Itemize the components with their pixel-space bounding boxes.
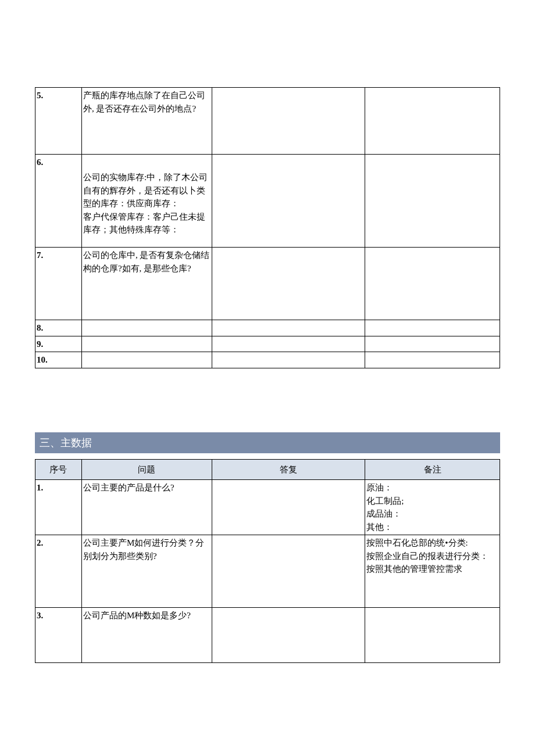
row-answer (212, 608, 365, 663)
row-remark (365, 155, 500, 248)
row-remark (365, 320, 500, 336)
table-master-data: 序号 问题 答复 备注 1. 公司主要的产品是什么? 原油：化工制品;成品油：其… (35, 459, 500, 664)
table-row: 1. 公司主要的产品是什么? 原油：化工制品;成品油：其他： (35, 480, 500, 535)
table-row: 2. 公司主要产M如何进行分类？分别划分为那些类别? 按照中石化总部的统•分类:… (35, 535, 500, 608)
row-question: 公司的仓库中, 是否有复杂仓储结构的仓厚?如有, 是那些仓库? (81, 248, 212, 320)
table-row: 5. 产瓶的库存地点除了在自己公司外, 是否还存在公司外的地点? (35, 88, 500, 155)
row-question (81, 352, 212, 368)
table-header-row: 序号 问题 答复 备注 (35, 459, 500, 480)
row-question: 公司主要的产品是什么? (81, 480, 212, 535)
row-index: 3. (35, 608, 82, 663)
row-remark (365, 352, 500, 368)
row-index: 1. (35, 480, 82, 535)
table-row: 9. (35, 336, 500, 352)
col-header-answer: 答复 (212, 459, 365, 480)
row-answer (212, 480, 365, 535)
row-index: 6. (35, 155, 82, 248)
row-question: 公司产品的M种数如是多少? (81, 608, 212, 663)
row-remark (365, 248, 500, 320)
row-question (81, 320, 212, 336)
row-remark (365, 608, 500, 663)
row-question: 产瓶的库存地点除了在自己公司外, 是否还存在公司外的地点? (81, 88, 212, 155)
col-header-remark: 备注 (365, 459, 500, 480)
row-question (81, 336, 212, 352)
row-question: 公司主要产M如何进行分类？分别划分为那些类别? (81, 535, 212, 608)
row-question: 公司的实物库存:中，除了木公司自有的辉存外，是否还有以卜类型的库存：供应商库存：… (81, 155, 212, 248)
table-row: 7. 公司的仓库中, 是否有复杂仓储结构的仓厚?如有, 是那些仓库? (35, 248, 500, 320)
row-remark: 按照中石化总部的统•分类:按照企业自己的报表进行分类：按照其他的管理管控需求 (365, 535, 500, 608)
row-answer (212, 352, 365, 368)
col-header-index: 序号 (35, 459, 82, 480)
row-index: 5. (35, 88, 82, 155)
row-index: 2. (35, 535, 82, 608)
row-answer (212, 248, 365, 320)
table-row: 6. 公司的实物库存:中，除了木公司自有的辉存外，是否还有以卜类型的库存：供应商… (35, 155, 500, 248)
table-org-structure-continued: 5. 产瓶的库存地点除了在自己公司外, 是否还存在公司外的地点? 6. 公司的实… (35, 87, 500, 368)
row-remark (365, 336, 500, 352)
table-row: 3. 公司产品的M种数如是多少? (35, 608, 500, 663)
row-index: 9. (35, 336, 82, 352)
col-header-question: 问题 (81, 459, 212, 480)
table-row: 10. (35, 352, 500, 368)
table-row: 8. (35, 320, 500, 336)
row-answer (212, 535, 365, 608)
row-remark: 原油：化工制品;成品油：其他： (365, 480, 500, 535)
row-remark (365, 88, 500, 155)
row-answer (212, 155, 365, 248)
document-page: 5. 产瓶的库存地点除了在自己公司外, 是否还存在公司外的地点? 6. 公司的实… (0, 0, 535, 710)
section-title: 三、主数据 (35, 432, 500, 453)
row-index: 7. (35, 248, 82, 320)
row-index: 8. (35, 320, 82, 336)
row-answer (212, 88, 365, 155)
row-index: 10. (35, 352, 82, 368)
row-answer (212, 336, 365, 352)
row-answer (212, 320, 365, 336)
